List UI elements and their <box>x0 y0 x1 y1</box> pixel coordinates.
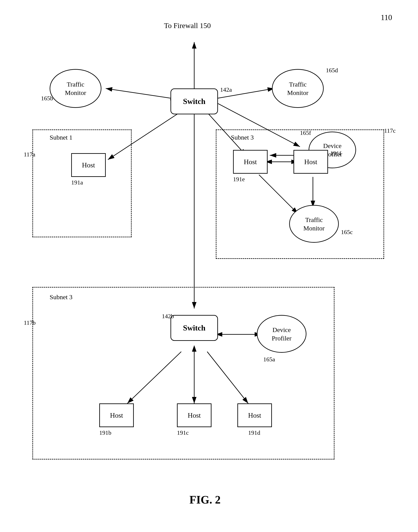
host-191b: Host <box>99 403 134 427</box>
ref-165f: 165f <box>300 129 311 136</box>
ref-191c: 191c <box>177 429 189 436</box>
ref-191b: 191b <box>99 429 111 436</box>
ref-165c: 165c <box>341 229 353 236</box>
subnet3a-label: Subnet 3 <box>231 134 254 141</box>
ref-142a: 142a <box>220 86 232 93</box>
traffic-monitor-165d: Traffic Monitor <box>272 69 324 108</box>
ref-191a: 191a <box>71 179 83 186</box>
ref-165a: 165a <box>263 356 275 363</box>
switch-to-tm165b <box>106 89 171 98</box>
subnet3b-label: Subnet 3 <box>50 294 72 301</box>
host-191e: Host <box>233 150 267 174</box>
host-191d: Host <box>237 403 272 427</box>
host-191c: Host <box>177 403 211 427</box>
traffic-monitor-165c: Traffic Monitor <box>289 205 339 243</box>
device-profiler-165a: Device Profiler <box>257 315 306 353</box>
ref-191e: 191e <box>233 176 245 183</box>
corner-ref: 110 <box>381 13 392 22</box>
host-191a: Host <box>71 153 106 177</box>
ref-142b: 142b <box>162 313 174 320</box>
ref-117c: 117c <box>384 127 395 134</box>
switch-142a: Switch <box>171 89 218 114</box>
ref-191f: 191f <box>330 150 341 157</box>
firewall-label: To Firewall 150 <box>164 22 211 30</box>
ref-191d: 191d <box>248 429 260 436</box>
ref-117b: 117b <box>24 319 35 326</box>
host-191f: Host <box>293 150 328 174</box>
switch-142b: Switch <box>171 315 218 341</box>
ref-165d: 165d <box>326 67 338 74</box>
subnet1-label: Subnet 1 <box>50 134 72 141</box>
diagram: 110 To Firewall 150 Switch 142a Traffic … <box>0 0 418 532</box>
ref-117a: 117a <box>24 151 35 158</box>
ref-165b: 165b <box>41 95 53 102</box>
fig-label: FIG. 2 <box>184 493 227 506</box>
traffic-monitor-165b: Traffic Monitor <box>50 69 101 108</box>
